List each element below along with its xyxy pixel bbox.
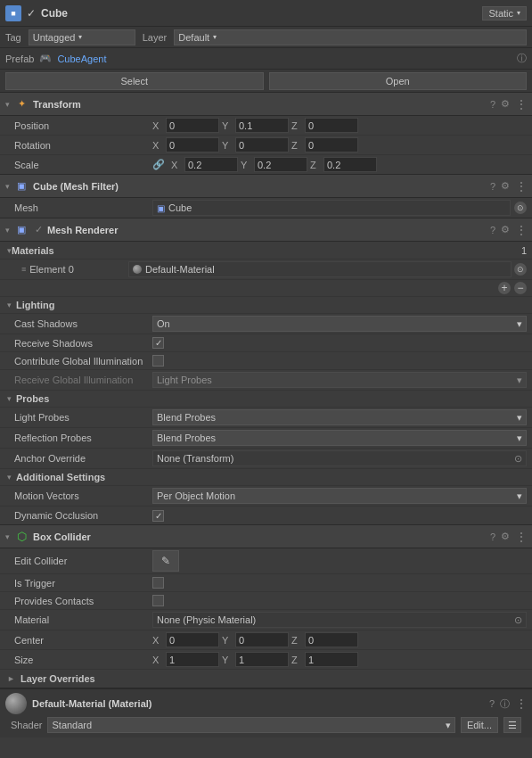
- position-label: Position: [14, 120, 152, 131]
- mesh-renderer-chevron: ▾: [5, 226, 10, 235]
- edit-shader-button[interactable]: Edit...: [461, 717, 498, 733]
- transform-settings-icon[interactable]: ⚙: [501, 98, 510, 110]
- dynamic-occlusion-checkbox[interactable]: ✓: [152, 510, 164, 522]
- pos-y-label: Y: [222, 120, 233, 131]
- contribute-gi-checkbox[interactable]: [152, 355, 164, 367]
- position-x-input[interactable]: [166, 118, 219, 133]
- prefab-link[interactable]: CubeAgent: [57, 54, 106, 64]
- box-collider-help-icon[interactable]: ?: [490, 531, 495, 542]
- reflection-probes-row: Reflection Probes Blend Probes ▾: [0, 428, 532, 449]
- mesh-field[interactable]: ▣ Cube: [152, 200, 511, 216]
- materials-count: 1: [521, 245, 527, 256]
- object-header: ■ ✓ Cube Static ▾: [0, 0, 532, 27]
- mesh-filter-help-icon[interactable]: ?: [490, 181, 495, 192]
- size-x-input[interactable]: [166, 652, 219, 667]
- layer-label: Layer: [143, 32, 168, 43]
- shader-arrow: ▾: [446, 720, 451, 731]
- lighting-chevron: ▾: [7, 301, 12, 309]
- lighting-section-header[interactable]: ▾ Lighting: [0, 297, 532, 314]
- scale-x-input[interactable]: [184, 157, 238, 172]
- object-name[interactable]: Cube: [41, 7, 477, 20]
- receive-shadows-checkbox[interactable]: ✓: [152, 337, 164, 349]
- provides-contacts-checkbox[interactable]: [152, 595, 164, 606]
- material-info-icon[interactable]: ⓘ: [500, 697, 510, 711]
- prefab-info-icon[interactable]: ⓘ: [517, 52, 527, 65]
- mesh-renderer-settings-icon[interactable]: ⚙: [501, 224, 510, 235]
- box-collider-header[interactable]: ▾ ⬡ Box Collider ? ⚙ ⋮: [0, 525, 532, 548]
- position-y-input[interactable]: [235, 118, 289, 133]
- center-y-input[interactable]: [235, 632, 289, 647]
- size-y-input[interactable]: [235, 652, 289, 667]
- rotation-y-input[interactable]: [235, 137, 289, 152]
- edit-collider-label: Edit Collider: [14, 556, 152, 566]
- receive-gi-select[interactable]: Light Probes ▾: [152, 372, 527, 388]
- collider-material-field[interactable]: None (Physic Material) ⊙: [152, 612, 527, 628]
- reflection-probes-label: Reflection Probes: [14, 433, 152, 443]
- shader-dropdown[interactable]: Standard ▾: [47, 717, 454, 733]
- cast-shadows-select[interactable]: On ▾: [152, 316, 527, 332]
- remove-material-button[interactable]: −: [514, 282, 527, 294]
- material-help-icon[interactable]: ?: [489, 698, 495, 709]
- receive-gi-row: Receive Global Illumination Light Probes…: [0, 370, 532, 391]
- transform-header[interactable]: ▾ ✦ Transform ? ⚙ ⋮: [0, 93, 532, 116]
- mesh-renderer-menu-icon[interactable]: ⋮: [515, 223, 527, 237]
- contribute-gi-label: Contribute Global Illumination: [14, 356, 152, 367]
- anchor-override-ref[interactable]: ⊙: [514, 453, 522, 465]
- reflection-probes-select[interactable]: Blend Probes ▾: [152, 430, 527, 446]
- mesh-ref-btn[interactable]: ⊙: [514, 202, 527, 214]
- probes-chevron: ▾: [7, 394, 12, 403]
- layer-overrides-row[interactable]: ► Layer Overrides: [0, 670, 532, 688]
- list-view-button[interactable]: ☰: [503, 717, 521, 733]
- pos-z-label: Z: [291, 120, 302, 131]
- transform-help-icon[interactable]: ?: [490, 99, 495, 110]
- prefab-label: Prefab: [5, 54, 34, 64]
- additional-settings-header[interactable]: ▾ Additional Settings: [0, 469, 532, 486]
- open-button[interactable]: Open: [269, 72, 528, 90]
- add-material-button[interactable]: +: [498, 282, 511, 294]
- additional-settings-chevron: ▾: [7, 473, 12, 482]
- rot-y-label: Y: [222, 140, 233, 151]
- mesh-filter-menu-icon[interactable]: ⋮: [515, 179, 527, 194]
- edit-collider-button[interactable]: ✎: [152, 550, 179, 572]
- mesh-filter-component: ▾ ▣ Cube (Mesh Filter) ? ⚙ ⋮ Mesh ▣ Cube…: [0, 175, 532, 218]
- mesh-filter-settings-icon[interactable]: ⚙: [501, 180, 510, 192]
- material-ref-btn[interactable]: ⊙: [514, 263, 527, 276]
- material-field[interactable]: Default-Material: [128, 261, 512, 277]
- tag-select[interactable]: Untagged ▾: [29, 29, 135, 45]
- position-z-input[interactable]: [305, 118, 358, 133]
- active-toggle[interactable]: ✓: [27, 7, 36, 20]
- collider-material-ref[interactable]: ⊙: [514, 614, 522, 626]
- transform-menu-icon[interactable]: ⋮: [515, 97, 527, 111]
- light-probes-select[interactable]: Blend Probes ▾: [152, 409, 527, 425]
- anchor-override-field[interactable]: None (Transform) ⊙: [152, 450, 527, 466]
- motion-vectors-select[interactable]: Per Object Motion ▾: [152, 488, 527, 504]
- select-button[interactable]: Select: [5, 72, 264, 90]
- layer-select[interactable]: Default ▾: [174, 29, 527, 45]
- mesh-filter-icon: ▣: [14, 179, 29, 194]
- center-z-input[interactable]: [305, 632, 358, 647]
- box-collider-component: ▾ ⬡ Box Collider ? ⚙ ⋮ Edit Collider ✎ I…: [0, 525, 532, 688]
- rotation-x-input[interactable]: [166, 137, 219, 152]
- material-name: Default-Material: [145, 264, 507, 275]
- transform-icon: ✦: [14, 97, 29, 111]
- scale-lock-icon[interactable]: 🔗: [152, 159, 165, 170]
- rotation-z-input[interactable]: [305, 137, 358, 152]
- is-trigger-checkbox[interactable]: [152, 577, 164, 589]
- static-dropdown[interactable]: Static ▾: [482, 6, 527, 21]
- center-x-input[interactable]: [166, 632, 219, 647]
- material-menu-icon[interactable]: ⋮: [515, 696, 527, 711]
- box-collider-menu-icon[interactable]: ⋮: [515, 530, 527, 544]
- size-z-input[interactable]: [305, 652, 358, 667]
- center-y-label: Y: [222, 635, 233, 646]
- scale-z-input[interactable]: [323, 157, 377, 172]
- mesh-renderer-help-icon[interactable]: ?: [490, 225, 495, 235]
- mesh-renderer-header[interactable]: ▾ ▣ ✓ Mesh Renderer ? ⚙ ⋮: [0, 218, 532, 242]
- dynamic-occlusion-label: Dynamic Occlusion: [14, 510, 152, 521]
- box-collider-settings-icon[interactable]: ⚙: [501, 531, 510, 542]
- mesh-filter-header[interactable]: ▾ ▣ Cube (Mesh Filter) ? ⚙ ⋮: [0, 175, 532, 198]
- probes-section-header[interactable]: ▾ Probes: [0, 391, 532, 408]
- scale-y-input[interactable]: [254, 157, 307, 172]
- mesh-renderer-icon: ▣: [14, 223, 29, 237]
- mesh-renderer-check[interactable]: ✓: [35, 224, 43, 235]
- light-probes-arrow: ▾: [517, 412, 522, 424]
